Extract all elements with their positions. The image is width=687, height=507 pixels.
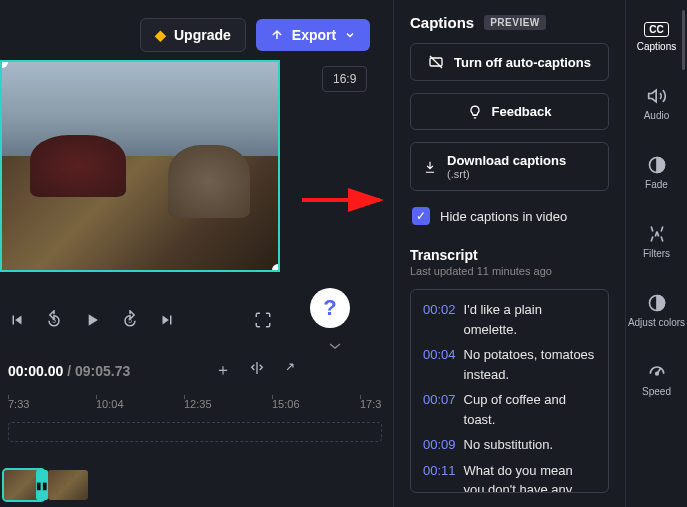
captions-off-icon — [428, 54, 444, 70]
add-icon[interactable]: ＋ — [215, 360, 231, 381]
track-drop-zone[interactable] — [8, 422, 382, 442]
timeline[interactable]: 7:33 10:04 12:35 15:06 17:3 — [0, 394, 390, 450]
speaker-icon — [647, 86, 667, 106]
timeline-ruler: 7:33 10:04 12:35 15:06 17:3 — [0, 394, 390, 414]
clip-thumb[interactable] — [48, 470, 88, 500]
sidebar-item-label: Audio — [644, 110, 670, 121]
right-sidebar: CC Captions Audio Fade Filters Adjust co… — [625, 0, 687, 507]
export-label: Export — [292, 27, 336, 43]
transcript-text: No potatoes, tomatoes instead. — [464, 345, 596, 384]
auto-off-label: Turn off auto-captions — [454, 55, 591, 70]
transcript-time[interactable]: 00:02 — [423, 300, 456, 339]
fullscreen-icon[interactable] — [254, 311, 272, 329]
upload-icon — [270, 28, 284, 42]
cc-icon: CC — [644, 22, 668, 37]
sidebar-item-speed[interactable]: Speed — [626, 356, 687, 403]
transcript-text: Cup of coffee and toast. — [464, 390, 596, 429]
svg-text:5: 5 — [52, 317, 56, 324]
sidebar-item-label: Speed — [642, 386, 671, 397]
svg-text:5: 5 — [128, 317, 132, 324]
playhead-indicator[interactable]: ▮▮ — [36, 470, 48, 500]
export-button[interactable]: Export — [256, 19, 370, 51]
transcript-text: I'd like a plain omelette. — [464, 300, 596, 339]
transcript-title: Transcript — [410, 247, 609, 263]
help-button[interactable]: ? — [310, 288, 350, 328]
download-sub: (.srt) — [447, 168, 566, 180]
transcript-updated: Last updated 11 minutes ago — [410, 265, 609, 277]
sidebar-item-label: Filters — [643, 248, 670, 259]
speed-icon — [647, 362, 667, 382]
feedback-button[interactable]: Feedback — [410, 93, 609, 130]
transcript-line: 00:04No potatoes, tomatoes instead. — [423, 345, 596, 384]
sidebar-item-audio[interactable]: Audio — [626, 80, 687, 127]
skip-end-icon[interactable] — [158, 311, 176, 329]
contrast-icon — [647, 293, 667, 313]
transcript-line: 00:09No substitution. — [423, 435, 596, 455]
rewind-5-icon[interactable]: 5 — [44, 310, 64, 330]
diamond-icon: ◆ — [155, 27, 166, 43]
sidebar-item-captions[interactable]: CC Captions — [626, 16, 687, 58]
clip-thumbnails[interactable]: ▮▮ — [4, 470, 90, 500]
play-icon[interactable] — [82, 310, 102, 330]
sidebar-item-label: Adjust colors — [628, 317, 685, 328]
lightbulb-icon — [468, 105, 482, 119]
hide-captions-label: Hide captions in video — [440, 209, 567, 224]
transcript-time[interactable]: 00:11 — [423, 461, 456, 494]
upgrade-label: Upgrade — [174, 27, 231, 43]
panel-title: Captions — [410, 14, 474, 31]
sidebar-item-filters[interactable]: Filters — [626, 218, 687, 265]
resize-handle-tl[interactable] — [0, 60, 8, 68]
download-icon — [423, 160, 437, 174]
resize-handle-br[interactable] — [272, 264, 280, 272]
fade-icon — [647, 155, 667, 175]
filters-icon — [647, 224, 667, 244]
transcript-line: 00:11What do you mean you don't have any… — [423, 461, 596, 494]
sidebar-item-label: Captions — [637, 41, 676, 52]
transcript-text: No substitution. — [464, 435, 554, 455]
chevron-down-icon — [344, 29, 356, 41]
svg-point-7 — [655, 372, 658, 375]
preview-badge: PREVIEW — [484, 15, 546, 30]
hide-captions-row[interactable]: ✓ Hide captions in video — [410, 203, 609, 229]
collapse-chevron-icon[interactable] — [320, 340, 350, 352]
transcript-line: 00:02I'd like a plain omelette. — [423, 300, 596, 339]
annotation-arrow — [300, 185, 390, 215]
transcript-text: What do you mean you don't have any toma… — [464, 461, 596, 494]
forward-5-icon[interactable]: 5 — [120, 310, 140, 330]
check-icon: ✓ — [416, 209, 426, 223]
timecode: 00:00.00 / 09:05.73 — [8, 363, 130, 379]
transcript-list[interactable]: 00:02I'd like a plain omelette. 00:04No … — [410, 289, 609, 493]
aspect-ratio-button[interactable]: 16:9 — [322, 66, 367, 92]
sidebar-item-adjust-colors[interactable]: Adjust colors — [626, 287, 687, 334]
collapse-icon[interactable] — [283, 360, 297, 381]
transcript-time[interactable]: 00:04 — [423, 345, 456, 384]
split-icon[interactable] — [249, 360, 265, 381]
player-controls: 5 5 — [0, 310, 280, 330]
download-label: Download captions — [447, 153, 566, 168]
feedback-label: Feedback — [492, 104, 552, 119]
sidebar-item-fade[interactable]: Fade — [626, 149, 687, 196]
skip-start-icon[interactable] — [8, 311, 26, 329]
transcript-line: 00:07Cup of coffee and toast. — [423, 390, 596, 429]
transcript-time[interactable]: 00:07 — [423, 390, 456, 429]
sidebar-item-label: Fade — [645, 179, 668, 190]
download-captions-button[interactable]: Download captions (.srt) — [410, 142, 609, 191]
turn-off-auto-captions-button[interactable]: Turn off auto-captions — [410, 43, 609, 81]
video-preview[interactable] — [0, 60, 280, 272]
hide-captions-checkbox[interactable]: ✓ — [412, 207, 430, 225]
captions-panel: Captions PREVIEW Turn off auto-captions … — [393, 0, 625, 507]
transcript-time[interactable]: 00:09 — [423, 435, 456, 455]
upgrade-button[interactable]: ◆ Upgrade — [140, 18, 246, 52]
question-icon: ? — [323, 295, 336, 321]
